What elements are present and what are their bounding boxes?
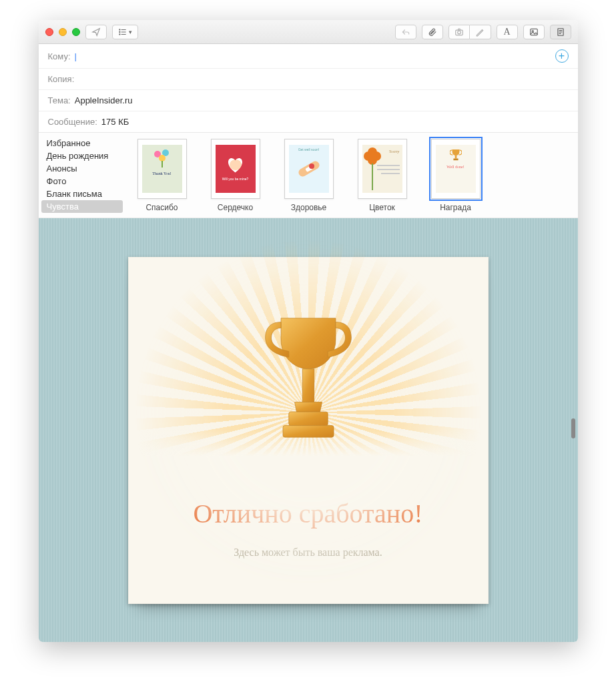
pen-icon [475,27,485,37]
camera-icon [454,27,464,37]
reply-button[interactable] [395,25,416,39]
stationery-button[interactable] [550,25,571,39]
svg-rect-21 [288,412,327,425]
size-value: 175 КБ [101,117,129,127]
trophy-icon [450,149,462,162]
camera-button[interactable] [448,25,470,39]
cc-row[interactable]: Копия: [39,69,578,90]
trophy-hero [129,284,488,471]
svg-rect-20 [302,368,314,402]
template-thumb: Get well soon! [284,139,334,199]
template-label: Здоровье [284,203,334,212]
category-announcements[interactable]: Анонсы [41,162,123,175]
vertical-scrollbar[interactable] [570,218,577,642]
category-list: Избранное День рождения Анонсы Фото Блан… [39,133,125,218]
insert-media-group [448,25,491,39]
template-award[interactable]: Well done! Награда [431,139,481,212]
thumb-caption: Will you be mine? [222,177,248,181]
svg-rect-8 [530,29,537,35]
send-button[interactable] [85,25,107,39]
subject-label: Тема: [48,95,71,105]
trophy-icon [258,314,358,441]
svg-rect-22 [283,425,334,437]
scrollbar-thumb[interactable] [571,418,575,438]
flower-icon [368,151,377,161]
template-label: Награда [431,203,481,212]
category-photo[interactable]: Фото [41,175,123,188]
category-letter[interactable]: Бланк письма [41,188,123,200]
template-thumb: Will you be mine? [211,139,260,199]
template-label: Сердечко [211,203,260,212]
annotate-button[interactable] [470,25,491,39]
template-label: Спасибо [137,203,187,212]
svg-point-5 [119,33,119,34]
svg-rect-19 [453,158,458,160]
svg-point-3 [119,29,119,29]
font-a-icon: A [503,27,510,37]
thumb-caption: Get well soon! [289,147,329,151]
stationery-icon [556,27,565,37]
template-flower[interactable]: Sorry Цветок [358,139,407,212]
reply-arrow-icon [401,27,410,37]
category-birthday[interactable]: День рождения [41,149,123,162]
template-thumb: Thank You! [137,139,187,199]
thumb-caption: Well done! [446,165,464,169]
template-thumb: Well done! [431,139,481,199]
thumb-caption: Thank You! [142,172,182,176]
minimize-button[interactable] [59,28,67,36]
mail-compose-window: ▾ A [39,20,578,642]
bouquet-icon [152,149,172,169]
paperclip-icon [428,27,437,37]
svg-point-16 [159,155,166,161]
cc-label: Копия: [48,74,75,84]
add-recipient-button[interactable]: + [555,49,569,63]
attach-button[interactable] [422,25,443,39]
size-label: Сообщение: [48,117,97,127]
svg-point-7 [457,31,460,34]
template-thumb: Sorry [358,139,407,199]
category-favorites[interactable]: Избранное [41,137,123,149]
heart-dot-icon [309,163,314,169]
svg-rect-17 [162,161,163,167]
header-fields-button[interactable]: ▾ [112,25,138,39]
bandaid-icon [297,159,320,178]
traffic-lights [45,28,80,36]
photo-browser-button[interactable] [523,25,545,39]
stationery-card[interactable]: Отлично сработано! Здесь может быть ваша… [128,257,489,604]
category-feelings[interactable]: Чувства [41,200,123,213]
photo-icon [529,27,539,37]
to-row[interactable]: Кому: | + [39,44,578,69]
template-list: Thank You! Спасибо Will you be mine? Сер… [125,133,578,218]
plus-icon: + [559,51,565,61]
compose-headers: Кому: | + Копия: Тема: AppleInsider.ru С… [39,44,578,133]
message-body-canvas[interactable]: Отлично сработано! Здесь может быть ваша… [39,218,578,642]
template-heart[interactable]: Will you be mine? Сердечко [211,139,260,212]
to-label: Кому: [48,51,71,61]
template-thanks[interactable]: Thank You! Спасибо [137,139,187,212]
chevron-down-icon: ▾ [129,29,132,35]
subject-row[interactable]: Тема: AppleInsider.ru [39,90,578,111]
subject-field[interactable]: AppleInsider.ru [75,95,133,105]
text-cursor: | [75,51,77,61]
svg-point-4 [119,31,119,32]
thumb-caption: Sorry [389,149,400,154]
close-button[interactable] [45,28,53,36]
template-health[interactable]: Get well soon! Здоровье [284,139,334,212]
heart-icon [227,157,244,173]
template-label: Цветок [358,203,407,212]
svg-rect-18 [454,155,456,159]
paper-plane-icon [91,27,101,37]
stationery-panel: Избранное День рождения Анонсы Фото Блан… [39,133,578,218]
size-row: Сообщение: 175 КБ [39,111,578,132]
list-icon [118,27,127,37]
format-button[interactable]: A [497,25,518,39]
titlebar: ▾ A [39,20,578,44]
maximize-button[interactable] [72,28,80,36]
